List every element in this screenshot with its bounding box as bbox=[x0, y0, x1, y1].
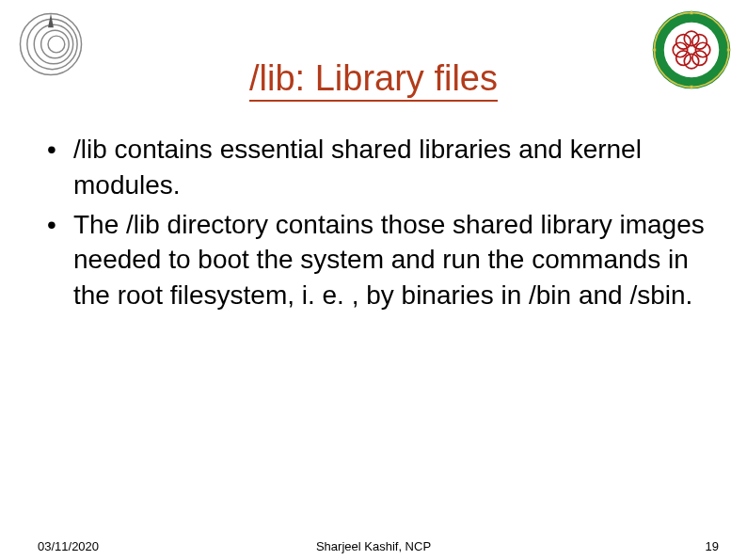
bullet-item: The /lib directory contains those shared… bbox=[38, 207, 709, 313]
bullet-item: /lib contains essential shared libraries… bbox=[38, 132, 709, 203]
slide-body: /lib contains essential shared libraries… bbox=[38, 132, 709, 317]
slide-title-wrap: /lib: Library files bbox=[0, 58, 747, 102]
footer-page-number: 19 bbox=[706, 539, 719, 553]
footer-author: Sharjeel Kashif, NCP bbox=[0, 539, 747, 553]
slide-title: /lib: Library files bbox=[249, 58, 498, 102]
svg-point-4 bbox=[48, 36, 65, 53]
slide: /lib: Library files /lib contains essent… bbox=[0, 0, 747, 560]
